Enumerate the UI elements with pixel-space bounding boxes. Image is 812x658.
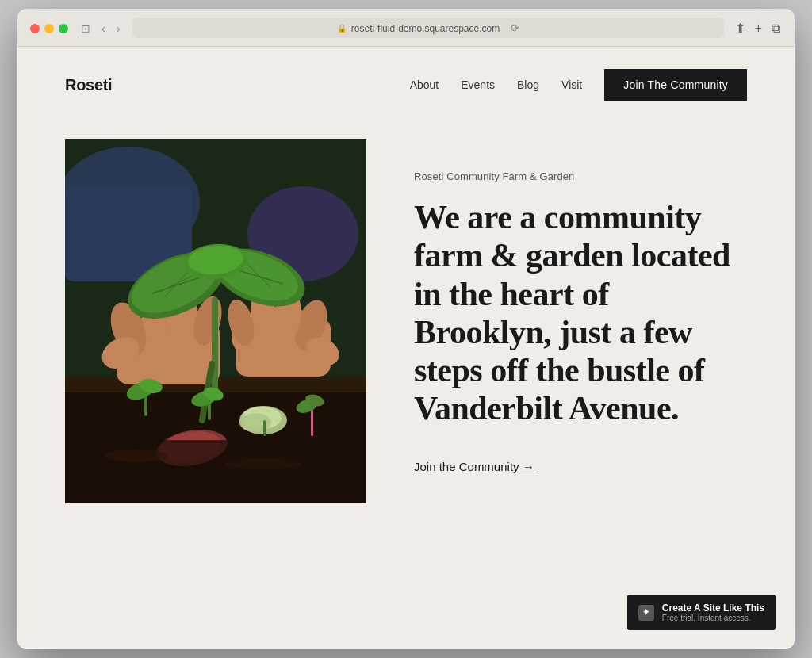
- reload-icon[interactable]: ⟳: [511, 22, 519, 34]
- forward-button[interactable]: ›: [113, 21, 124, 36]
- squarespace-badge[interactable]: ✦ Create A Site Like This Free trial. In…: [627, 595, 776, 630]
- browser-chrome: ⊡ ‹ › 🔒 roseti-fluid-demo.squarespace.co…: [17, 9, 795, 47]
- lock-icon: 🔒: [337, 24, 347, 33]
- nav-events[interactable]: Events: [461, 78, 495, 91]
- text-content: Roseti Community Farm & Garden We are a …: [414, 139, 747, 474]
- hero-headline: We are a community farm & garden located…: [414, 198, 747, 428]
- nav-about[interactable]: About: [410, 78, 439, 91]
- svg-point-49: [105, 450, 168, 462]
- window-toggle-button[interactable]: ⊡: [78, 21, 94, 36]
- browser-controls: ⊡ ‹ ›: [78, 21, 123, 36]
- plant-illustration: [65, 139, 366, 503]
- close-button[interactable]: [30, 24, 40, 33]
- browser-actions: ⬆ + ⧉: [733, 21, 782, 36]
- site-logo[interactable]: Roseti: [65, 76, 112, 94]
- url-display: roseti-fluid-demo.squarespace.com: [351, 23, 500, 34]
- badge-text: Create A Site Like This Free trial. Inst…: [662, 603, 764, 622]
- svg-rect-43: [311, 408, 313, 436]
- svg-rect-20: [212, 297, 218, 392]
- svg-point-41: [239, 413, 271, 432]
- nav-visit[interactable]: Visit: [561, 78, 582, 91]
- share-button[interactable]: ⬆: [733, 21, 747, 36]
- maximize-button[interactable]: [59, 24, 68, 33]
- hero-image-container: [65, 139, 366, 503]
- nav-links: About Events Blog Visit Join The Communi…: [410, 69, 747, 101]
- new-tab-button[interactable]: +: [753, 21, 764, 36]
- svg-point-50: [224, 458, 303, 469]
- nav-blog[interactable]: Blog: [517, 78, 539, 91]
- main-content: Roseti Community Farm & Garden We are a …: [17, 123, 795, 551]
- main-nav: Roseti About Events Blog Visit Join The …: [17, 47, 795, 123]
- hero-subtitle: Roseti Community Farm & Garden: [414, 170, 747, 182]
- join-community-link[interactable]: Join the Community →: [414, 460, 534, 473]
- join-community-button[interactable]: Join The Community: [604, 69, 747, 101]
- site-content: Roseti About Events Blog Visit Join The …: [17, 47, 795, 649]
- hero-image: [65, 139, 366, 503]
- traffic-lights: [30, 24, 68, 33]
- browser-window: ⊡ ‹ › 🔒 roseti-fluid-demo.squarespace.co…: [17, 9, 795, 649]
- squarespace-logo-icon: ✦: [638, 605, 654, 621]
- tabs-button[interactable]: ⧉: [770, 21, 782, 36]
- badge-title: Create A Site Like This: [662, 603, 764, 614]
- svg-rect-42: [263, 420, 266, 436]
- svg-rect-48: [65, 440, 366, 503]
- minimize-button[interactable]: [44, 24, 54, 33]
- back-button[interactable]: ‹: [98, 21, 109, 36]
- address-bar[interactable]: 🔒 roseti-fluid-demo.squarespace.com ⟳: [132, 18, 723, 38]
- badge-subtitle: Free trial. Instant access.: [662, 614, 764, 622]
